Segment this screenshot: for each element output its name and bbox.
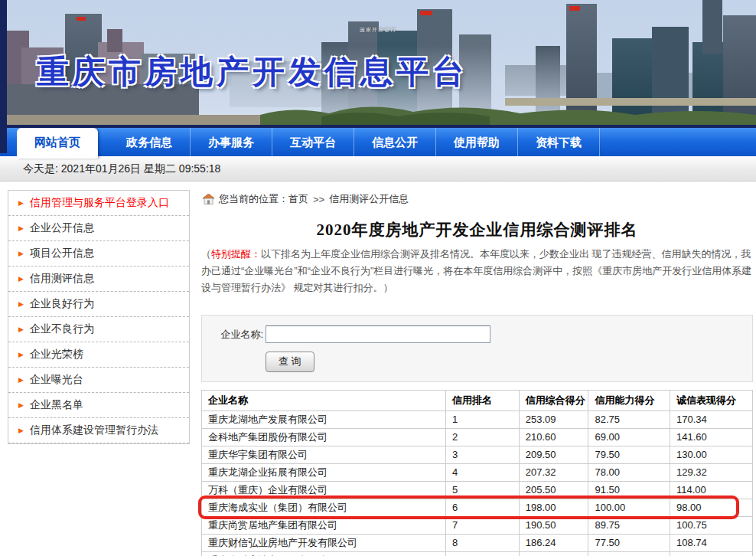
arrow-icon: ▶ — [18, 351, 24, 358]
site-banner: 重庆市房地产开发信息平台 国家开发银行 — [0, 0, 756, 125]
company-name-input[interactable] — [266, 325, 490, 343]
page: 重庆市房地产开发信息平台 国家开发银行 网站首页 政务信息 办事服务 互动平台 … — [0, 0, 756, 556]
sidebar-item-blacklist[interactable]: ▶企业黑名单 — [8, 393, 189, 418]
arrow-icon: ▶ — [18, 300, 24, 308]
arrow-icon: ▶ — [18, 275, 24, 283]
header-integrity-score: 诚信表现得分 — [670, 391, 752, 411]
arrow-icon: ▶ — [18, 250, 24, 257]
header-capability-score: 信用能力得分 — [588, 391, 670, 411]
arrow-icon: ▶ — [18, 325, 24, 333]
nav-tab-help[interactable]: 使用帮助 — [436, 128, 518, 156]
table-row: 金科地产集团股份有限公司2210.6069.00141.60 — [202, 429, 753, 446]
nav-tab-interaction[interactable]: 互动平台 — [272, 128, 354, 156]
query-button[interactable]: 查 询 — [266, 352, 314, 372]
date-bar: 今天是: 2021年01月26日 星期二 09:55:18 — [0, 156, 756, 182]
sidebar-item-credit-regulations[interactable]: ▶信用体系建设管理暂行办法 — [8, 418, 189, 443]
sidebar-menu: ▶信用管理与服务平台登录入口 ▶企业公开信息 ▶项目公开信息 ▶信用测评信息 ▶… — [8, 190, 190, 444]
table-row: 重庆龙湖企业拓展有限公司4207.3278.00129.32 — [202, 464, 753, 482]
nav-tab-services[interactable]: 办事服务 — [191, 128, 272, 156]
main-nav: 网站首页 政务信息 办事服务 互动平台 信息公开 使用帮助 资料下载 — [0, 125, 756, 156]
arrow-icon: ▶ — [18, 427, 24, 434]
main-column: 您当前的位置： 首页 >> 信用测评公开信息 2020年度房地产开发企业信用综合… — [201, 190, 753, 556]
table-row: 重庆尚赏居地产集团有限公司7190.5089.75100.75 — [202, 517, 753, 535]
search-panel: 企业名称: 查 询 — [201, 315, 753, 382]
header-composite-score: 信用综合得分 — [519, 391, 588, 411]
sidebar-item-bad-behavior[interactable]: ▶企业不良行为 — [8, 317, 189, 342]
sidebar-item-company-public-info[interactable]: ▶企业公开信息 — [8, 216, 189, 241]
credit-ranking-table: 企业名称 信用排名 信用综合得分 信用能力得分 诚信表现得分 重庆龙湖地产发展有… — [201, 390, 753, 556]
building-sign-label: 国家开发银行 — [360, 26, 396, 34]
breadcrumb-home-link[interactable]: 首页 — [288, 192, 308, 206]
arrow-icon: ▶ — [18, 376, 24, 384]
notice-text: 以下排名为上年度企业信用综合测评及排名情况。本年度以来，少数企业出 现了违规经营… — [201, 248, 751, 293]
nav-tab-gov-info[interactable]: 政务信息 — [109, 128, 191, 156]
breadcrumb: 您当前的位置： 首页 >> 信用测评公开信息 — [201, 190, 753, 212]
header-rank: 信用排名 — [445, 391, 519, 411]
sidebar-item-credit-evaluation[interactable]: ▶信用测评信息 — [8, 267, 189, 292]
header-company: 企业名称 — [202, 391, 446, 411]
table-row: 重庆金科房地产开发有限公司9184.2774.00110.27 — [202, 552, 753, 556]
nav-tab-downloads[interactable]: 资料下载 — [518, 128, 600, 156]
table-row: 重庆龙湖地产发展有限公司1253.0982.75170.34 — [202, 411, 753, 429]
notice-open: （ — [201, 248, 211, 260]
home-icon — [203, 194, 214, 204]
arrow-icon: ▶ — [18, 199, 24, 207]
table-row: 万科（重庆）企业有限公司5205.5091.50114.00 — [202, 482, 753, 499]
breadcrumb-current[interactable]: 信用测评公开信息 — [329, 192, 409, 206]
sidebar-item-credit-login[interactable]: ▶信用管理与服务平台登录入口 — [8, 191, 189, 216]
arrow-icon: ▶ — [18, 401, 24, 409]
arrow-icon: ▶ — [18, 224, 24, 232]
table-row: 重庆财信弘业房地产开发有限公司8186.2477.50108.74 — [202, 535, 753, 552]
page-title: 2020年度房地产开发企业信用综合测评排名 — [201, 219, 753, 240]
content-area: ▶信用管理与服务平台登录入口 ▶企业公开信息 ▶项目公开信息 ▶信用测评信息 ▶… — [0, 182, 756, 556]
credit-table-wrap: 企业名称 信用排名 信用综合得分 信用能力得分 诚信表现得分 重庆龙湖地产发展有… — [201, 390, 753, 556]
notice-alert-label: 特别提醒： — [211, 248, 261, 260]
sidebar-item-project-public-info[interactable]: ▶项目公开信息 — [8, 241, 189, 267]
site-title: 重庆市房地产开发信息平台 — [37, 51, 468, 93]
table-row: 重庆华宇集团有限公司3209.5079.50130.00 — [202, 446, 753, 464]
company-name-label: 企业名称: — [202, 328, 263, 342]
nav-tab-home[interactable]: 网站首页 — [17, 128, 98, 159]
breadcrumb-prefix: 您当前的位置： — [219, 192, 288, 206]
nav-tab-disclosure[interactable]: 信息公开 — [354, 128, 436, 156]
sidebar-item-good-behavior[interactable]: ▶企业良好行为 — [8, 292, 189, 317]
notice-paragraph: （特别提醒：以下排名为上年度企业信用综合测评及排名情况。本年度以来，少数企业出 … — [201, 246, 753, 296]
table-header-row: 企业名称 信用排名 信用综合得分 信用能力得分 诚信表现得分 — [202, 391, 753, 411]
sidebar-item-exposure[interactable]: ▶企业曝光台 — [8, 368, 189, 393]
sidebar-item-honor-roll[interactable]: ▶企业光荣榜 — [8, 342, 189, 368]
table-row-highlighted: 重庆海成实业（集团）有限公司6198.00100.0098.00 — [202, 499, 753, 517]
breadcrumb-separator: >> — [313, 194, 324, 205]
page-left-edge — [0, 0, 7, 153]
